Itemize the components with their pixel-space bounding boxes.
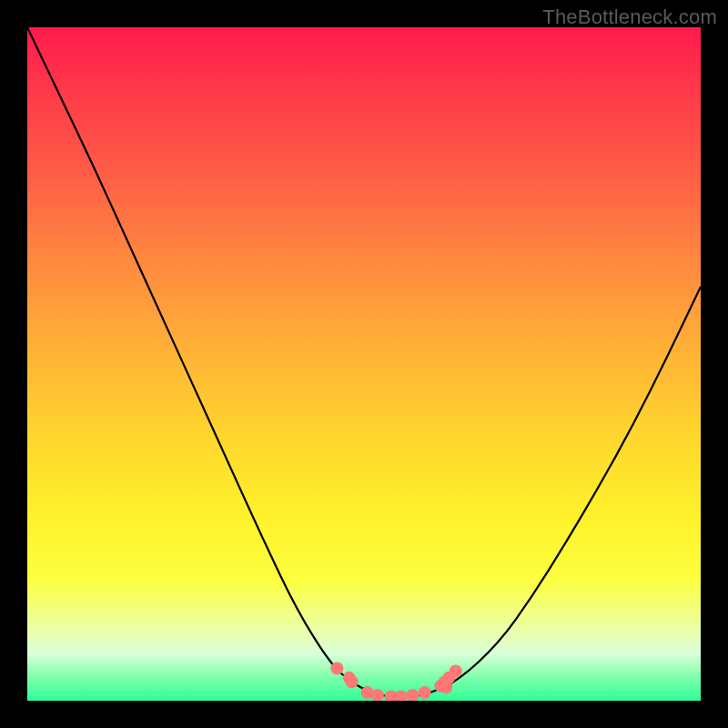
curve-dots <box>330 662 461 701</box>
bottleneck-curve <box>27 27 701 697</box>
curve-dot <box>419 686 431 699</box>
curve-dot <box>395 691 408 701</box>
chart-frame: TheBottleneck.com <box>0 0 728 728</box>
curve-dot <box>406 689 419 701</box>
plot-area <box>27 27 701 701</box>
curve-dot <box>450 664 462 677</box>
attribution-text: TheBottleneck.com <box>542 5 717 29</box>
curve-dot <box>440 681 452 693</box>
curve-dot <box>330 662 343 674</box>
chart-svg <box>27 27 701 701</box>
curve-dot <box>346 675 359 688</box>
